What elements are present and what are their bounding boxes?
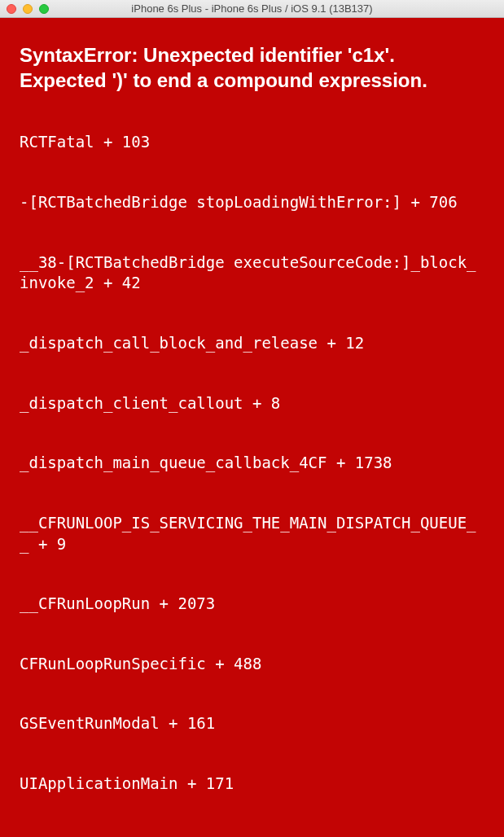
minimize-icon[interactable] xyxy=(23,4,33,14)
stack-frame: CFRunLoopRunSpecific + 488 xyxy=(20,654,484,675)
stack-frame: UIApplicationMain + 171 xyxy=(20,773,484,795)
stack-frame: RCTFatal + 103 xyxy=(20,132,484,153)
stack-frame: __38-[RCTBatchedBridge executeSourceCode… xyxy=(20,252,484,294)
error-title: SyntaxError: Unexpected identifier 'c1x'… xyxy=(20,42,484,93)
stack-frame: __CFRunLoopRun + 2073 xyxy=(20,594,484,615)
simulator-screen[interactable]: SyntaxError: Unexpected identifier 'c1x'… xyxy=(0,18,504,837)
window-titlebar: iPhone 6s Plus - iPhone 6s Plus / iOS 9.… xyxy=(0,0,504,18)
stack-frame: __CFRUNLOOP_IS_SERVICING_THE_MAIN_DISPAT… xyxy=(20,513,484,554)
close-icon[interactable] xyxy=(7,4,16,14)
stack-trace: RCTFatal + 103 -[RCTBatchedBridge stopLo… xyxy=(20,132,484,837)
traffic-lights xyxy=(0,4,49,14)
stack-frame: GSEventRunModal + 161 xyxy=(20,713,484,734)
maximize-icon[interactable] xyxy=(39,4,49,14)
stack-frame: main + 111 xyxy=(20,834,484,837)
window-title: iPhone 6s Plus - iPhone 6s Plus / iOS 9.… xyxy=(0,2,504,15)
stack-frame: _dispatch_call_block_and_release + 12 xyxy=(20,333,484,354)
stack-frame: _dispatch_main_queue_callback_4CF + 1738 xyxy=(20,453,484,474)
stack-frame: -[RCTBatchedBridge stopLoadingWithError:… xyxy=(20,192,484,213)
stack-frame: _dispatch_client_callout + 8 xyxy=(20,393,484,414)
